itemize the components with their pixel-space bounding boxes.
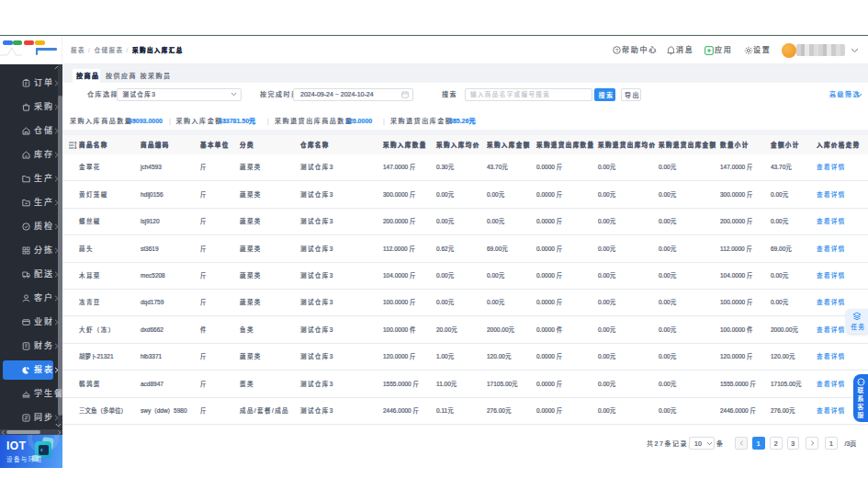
- svg-text:?: ?: [615, 48, 618, 53]
